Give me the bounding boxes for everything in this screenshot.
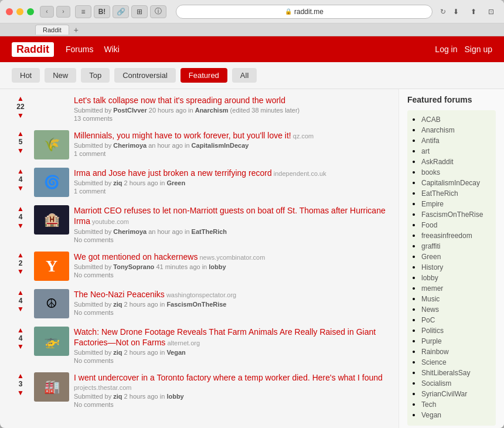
post-thumbnail[interactable]: 🏭 [34, 372, 69, 402]
post-author[interactable]: PostCIvver [113, 107, 147, 114]
forum-link[interactable]: SyrianCivilWar [421, 390, 467, 398]
forum-link[interactable]: FascismOnTheRise [421, 210, 483, 219]
forum-link[interactable]: Antifa [421, 137, 440, 145]
post-comments[interactable]: 1 comment [74, 188, 387, 195]
info-icon[interactable]: ⓘ [150, 5, 166, 18]
downvote-button[interactable]: ▼ [17, 343, 24, 350]
post-author[interactable]: ziq [113, 349, 122, 356]
forum-link[interactable]: Green [421, 253, 441, 261]
post-forum[interactable]: lobby [209, 263, 226, 270]
login-link[interactable]: Log in [435, 45, 457, 54]
upvote-button[interactable]: ▲ [17, 205, 24, 212]
post-author[interactable]: ziq [113, 301, 122, 308]
sidebar-toggle-icon[interactable]: ⊡ [484, 6, 498, 18]
forum-link[interactable]: memer [421, 284, 443, 293]
forum-link[interactable]: Empire [421, 200, 444, 208]
post-thumbnail[interactable]: Y [34, 252, 69, 281]
forum-link[interactable]: CapitalismInDecay [421, 179, 480, 187]
downvote-button[interactable]: ▼ [17, 305, 24, 312]
forum-link[interactable]: Music [421, 295, 440, 303]
post-comments[interactable]: 1 comment [74, 150, 387, 157]
downvote-button[interactable]: ▼ [17, 222, 24, 229]
link-icon[interactable]: 🔗 [113, 5, 129, 18]
signup-link[interactable]: Sign up [465, 45, 492, 54]
forum-link[interactable]: Food [421, 221, 437, 229]
upvote-button[interactable]: ▲ [17, 168, 24, 175]
filter-btn-hot[interactable]: Hot [12, 68, 40, 83]
filter-btn-controversial[interactable]: Controversial [114, 68, 176, 83]
post-forum[interactable]: Green [166, 179, 185, 186]
post-comments[interactable]: 13 comments [74, 115, 387, 122]
downvote-button[interactable]: ▼ [17, 112, 24, 119]
forum-link[interactable]: AskRaddit [421, 158, 454, 166]
filter-btn-all[interactable]: All [232, 68, 257, 83]
back-button[interactable]: ‹ [40, 6, 54, 18]
filter-btn-new[interactable]: New [45, 68, 76, 83]
post-title[interactable]: Let's talk collapse now that it's spread… [74, 96, 285, 105]
site-logo[interactable]: Raddit [12, 42, 54, 57]
post-title[interactable]: We got mentioned on hackernews [74, 252, 197, 261]
forum-link[interactable]: Science [421, 358, 447, 366]
layers-icon[interactable]: ≡ [75, 5, 91, 18]
active-tab[interactable]: Raddit [35, 25, 69, 35]
forum-link[interactable]: Rainbow [421, 348, 449, 356]
download-icon[interactable]: ⬇ [449, 6, 463, 18]
forum-link[interactable]: Tech [421, 400, 436, 409]
forum-link[interactable]: graffiti [421, 242, 440, 250]
post-comments[interactable]: No comments [74, 401, 387, 408]
upvote-button[interactable]: ▲ [17, 95, 24, 102]
post-comments[interactable]: No comments [74, 236, 387, 243]
downvote-button[interactable]: ▼ [17, 268, 24, 275]
reload-button[interactable]: ↻ [437, 6, 449, 18]
forum-link[interactable]: Politics [421, 327, 444, 335]
close-button[interactable] [6, 8, 13, 15]
forum-link[interactable]: lobby [421, 274, 438, 282]
post-forum[interactable]: Anarchism [195, 107, 229, 114]
minimize-button[interactable] [16, 8, 23, 15]
forum-link[interactable]: art [421, 147, 430, 155]
forum-link[interactable]: Socialism [421, 379, 451, 388]
downvote-button[interactable]: ▼ [17, 389, 24, 396]
downvote-button[interactable]: ▼ [17, 147, 24, 154]
post-forum[interactable]: lobby [166, 393, 183, 400]
post-thumbnail[interactable]: 🚁 [34, 327, 69, 356]
upvote-button[interactable]: ▲ [17, 327, 24, 334]
filter-btn-featured[interactable]: Featured [181, 68, 227, 83]
forum-link[interactable]: books [421, 168, 440, 176]
forum-link[interactable]: PoC [421, 316, 435, 324]
post-forum[interactable]: FascismOnTheRise [166, 301, 226, 308]
post-thumbnail[interactable]: 🏨 [34, 205, 69, 235]
maximize-button[interactable] [27, 8, 34, 15]
forum-link[interactable]: News [421, 305, 439, 314]
post-title[interactable]: The Neo-Nazi Peaceniks [74, 290, 165, 299]
post-comments[interactable]: No comments [74, 357, 387, 364]
post-author[interactable]: Cherimoya [113, 142, 147, 149]
post-author[interactable]: ziq [113, 393, 122, 400]
post-title[interactable]: Watch: New Drone Footage Reveals That Fa… [74, 327, 376, 347]
forum-link[interactable]: ACAB [421, 116, 441, 124]
forum-link[interactable]: Anarchism [421, 126, 455, 134]
forward-button[interactable]: › [56, 6, 70, 18]
upvote-button[interactable]: ▲ [17, 130, 24, 137]
post-forum[interactable]: Vegan [166, 349, 185, 356]
grid-icon[interactable]: ⊞ [131, 5, 148, 18]
post-title[interactable]: Irma and Jose have just broken a new ter… [74, 168, 272, 178]
address-bar[interactable]: 🔒 raddit.me [176, 5, 433, 19]
nav-forums[interactable]: Forums [66, 45, 93, 54]
upvote-button[interactable]: ▲ [17, 372, 24, 379]
downvote-button[interactable]: ▼ [17, 185, 24, 192]
post-comments[interactable]: No comments [74, 309, 387, 316]
nav-wiki[interactable]: Wiki [104, 45, 119, 54]
new-tab-button[interactable]: + [74, 25, 79, 35]
post-author[interactable]: ziq [113, 179, 122, 186]
filter-btn-top[interactable]: Top [81, 68, 110, 83]
bold-icon[interactable]: B! [94, 5, 110, 18]
forum-link[interactable]: ShitLiberalsSay [421, 369, 470, 377]
upvote-button[interactable]: ▲ [17, 289, 24, 296]
upvote-button[interactable]: ▲ [17, 252, 24, 259]
post-thumbnail[interactable]: 🌀 [34, 168, 69, 197]
share-icon[interactable]: ⬆ [466, 6, 481, 18]
forum-link[interactable]: EatTheRich [421, 189, 458, 198]
forum-link[interactable]: History [421, 263, 443, 271]
post-author[interactable]: TonySoprano [113, 263, 154, 270]
